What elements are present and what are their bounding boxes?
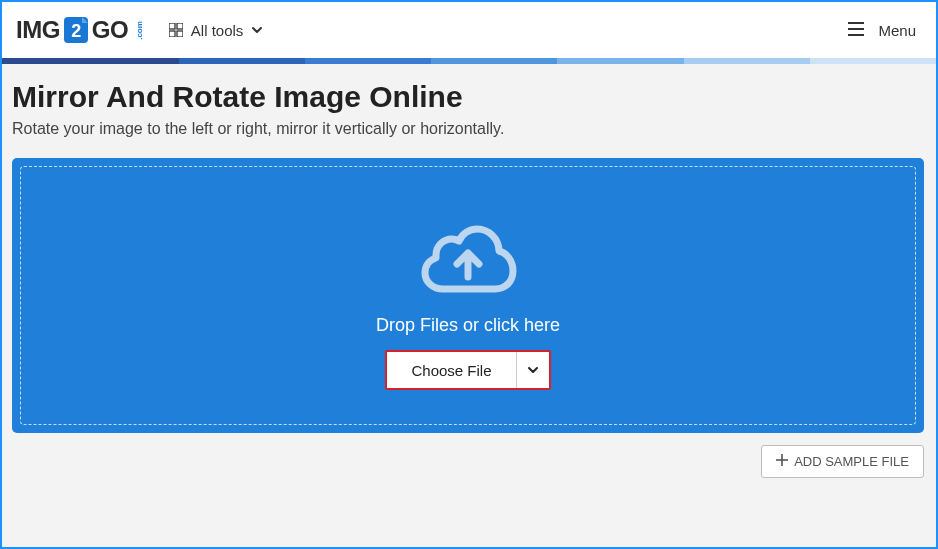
drop-zone-text: Drop Files or click here xyxy=(376,315,560,336)
add-sample-label: ADD SAMPLE FILE xyxy=(794,454,909,469)
choose-file-label: Choose File xyxy=(387,352,515,388)
svg-rect-2 xyxy=(169,23,175,29)
menu-label: Menu xyxy=(878,22,916,39)
drop-zone-container: Drop Files or click here Choose File xyxy=(12,158,924,433)
accent-stripe xyxy=(2,58,936,64)
svg-text:2: 2 xyxy=(71,21,81,41)
logo-part-com: .com xyxy=(135,21,144,40)
svg-rect-3 xyxy=(177,23,183,29)
header-left: IMG 2 GO .com All tools xyxy=(16,15,263,45)
logo-part-go: GO xyxy=(92,16,128,44)
drop-zone[interactable]: Drop Files or click here Choose File xyxy=(20,166,916,425)
logo[interactable]: IMG 2 GO .com xyxy=(16,15,149,45)
main-content: Mirror And Rotate Image Online Rotate yo… xyxy=(2,64,936,547)
add-sample-file-button[interactable]: ADD SAMPLE FILE xyxy=(761,445,924,478)
hamburger-icon xyxy=(848,22,864,39)
bottom-actions: ADD SAMPLE FILE xyxy=(12,433,924,478)
all-tools-label: All tools xyxy=(191,22,244,39)
page-title: Mirror And Rotate Image Online xyxy=(12,80,924,114)
grid-icon xyxy=(169,23,183,37)
plus-icon xyxy=(776,454,788,469)
logo-part-img: IMG xyxy=(16,16,60,44)
chevron-down-icon[interactable] xyxy=(517,352,549,388)
choose-file-button[interactable]: Choose File xyxy=(385,350,550,390)
logo-two-icon: 2 xyxy=(62,15,90,45)
svg-rect-5 xyxy=(177,31,183,37)
chevron-down-icon xyxy=(251,22,263,39)
page-subtitle: Rotate your image to the left or right, … xyxy=(12,120,924,138)
cloud-upload-icon xyxy=(413,217,523,303)
all-tools-menu[interactable]: All tools xyxy=(169,22,264,39)
menu-button[interactable]: Menu xyxy=(848,22,916,39)
header: IMG 2 GO .com All tools xyxy=(2,2,936,58)
svg-rect-4 xyxy=(169,31,175,37)
